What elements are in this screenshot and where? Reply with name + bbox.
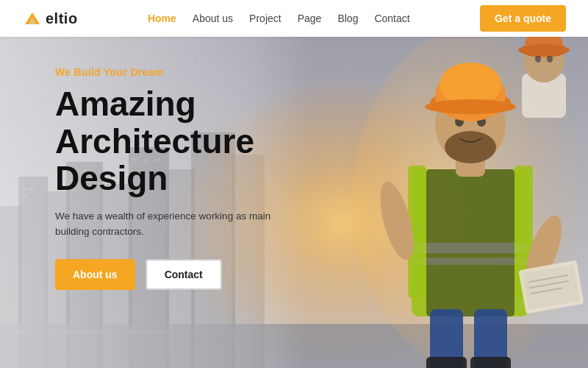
svg-rect-50: [426, 357, 467, 368]
nav-item-contact[interactable]: Contact: [374, 12, 409, 25]
logo-icon: [22, 8, 43, 29]
nav-link-about[interactable]: About us: [193, 13, 233, 24]
about-us-button[interactable]: About us: [55, 259, 135, 290]
logo-text: eltio: [46, 10, 78, 27]
nav-item-project[interactable]: Project: [249, 12, 282, 25]
hero-section: eltio Home About us Project Page Blog Co…: [0, 0, 588, 368]
navbar: eltio Home About us Project Page Blog Co…: [0, 0, 588, 37]
hero-cta-buttons: About us Contact: [55, 259, 290, 290]
contact-button[interactable]: Contact: [146, 259, 222, 290]
hero-tagline: We Build Your Dream: [55, 66, 290, 78]
hero-title-line2: Architecture: [55, 122, 254, 160]
nav-links: Home About us Project Page Blog Contact: [148, 12, 410, 25]
nav-link-blog[interactable]: Blog: [337, 13, 358, 24]
nav-link-project[interactable]: Project: [249, 13, 282, 24]
nav-link-page[interactable]: Page: [298, 13, 322, 24]
hero-title-line3: Design: [55, 159, 168, 197]
svg-point-47: [425, 99, 516, 114]
hero-content: We Build Your Dream Amazing Architecture…: [55, 66, 290, 290]
nav-link-contact[interactable]: Contact: [374, 13, 409, 24]
nav-item-about[interactable]: About us: [193, 12, 233, 25]
hero-title-line1: Amazing: [55, 85, 196, 123]
svg-point-57: [547, 55, 553, 63]
hero-description: We have a wealth of experience working a…: [55, 209, 290, 240]
hero-title: Amazing Architecture Design: [55, 85, 290, 197]
logo: eltio: [22, 8, 78, 29]
svg-point-58: [518, 44, 570, 56]
get-quote-button[interactable]: Get a quote: [480, 5, 566, 32]
svg-point-41: [445, 131, 496, 163]
nav-item-blog[interactable]: Blog: [337, 12, 358, 25]
nav-item-home[interactable]: Home: [148, 12, 176, 25]
svg-rect-51: [470, 357, 511, 368]
nav-item-page[interactable]: Page: [298, 12, 322, 25]
nav-link-home[interactable]: Home: [148, 13, 176, 24]
svg-point-56: [535, 55, 541, 63]
svg-rect-29: [426, 169, 514, 316]
